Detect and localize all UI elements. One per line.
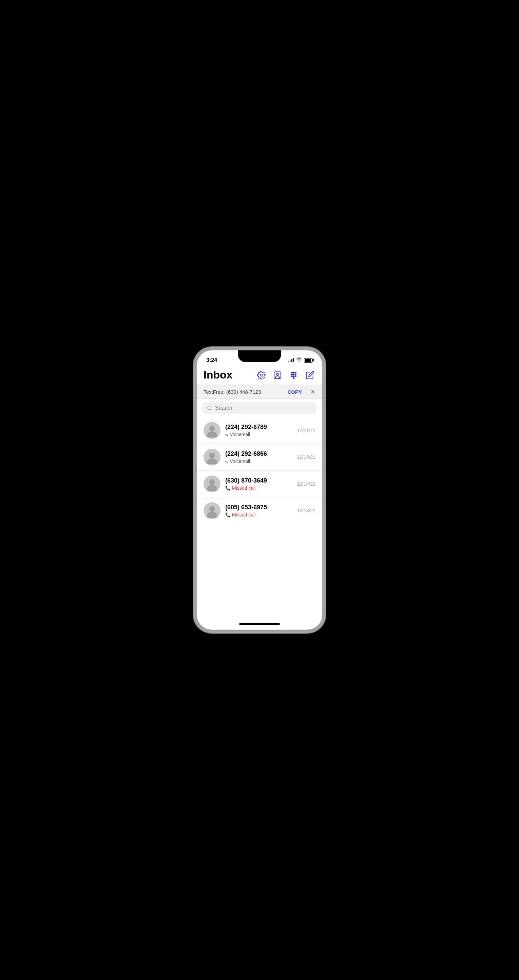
wifi-icon (296, 358, 302, 363)
svg-point-6 (291, 374, 292, 375)
contact-date: 12/21/21 (297, 428, 316, 433)
close-button[interactable]: ✕ (310, 389, 315, 395)
avatar (204, 422, 220, 439)
settings-button[interactable] (256, 370, 267, 380)
list-item[interactable]: (224) 292-6866 ∞ Voicemail 12/15/21 (197, 444, 322, 471)
svg-point-19 (209, 479, 215, 485)
svg-point-11 (295, 375, 296, 377)
screen: 3:24 (197, 350, 322, 630)
missed-call-icon: 📞 (225, 512, 231, 517)
contact-info: (605) 653-6975 📞 Missed call (225, 504, 297, 517)
contact-sub-missed: 📞 Missed call (225, 485, 297, 491)
avatar-icon (205, 504, 219, 518)
avatar-icon (205, 423, 219, 438)
contacts-list: (224) 292-6789 ∞ Voicemail 12/21/21 (197, 417, 322, 618)
compose-icon (306, 371, 315, 380)
copy-button[interactable]: COPY (287, 389, 302, 395)
header: Inbox (197, 365, 322, 385)
list-item[interactable]: (605) 653-6975 📞 Missed call 12/13/21 (197, 498, 322, 524)
avatar-icon (205, 477, 219, 491)
svg-line-14 (211, 409, 212, 410)
header-icons (256, 370, 315, 380)
search-input-wrap (202, 402, 317, 414)
voicemail-icon: ∞ (225, 459, 228, 464)
contact-date: 12/13/21 (297, 508, 316, 513)
svg-point-16 (207, 431, 217, 438)
contact-sub-text: Voicemail (230, 432, 250, 437)
contacts-button[interactable] (272, 370, 283, 380)
svg-point-10 (293, 375, 294, 377)
contact-sub-voicemail: ∞ Voicemail (225, 458, 297, 464)
search-icon (207, 405, 212, 411)
dialpad-icon (289, 371, 298, 380)
status-icons (288, 358, 313, 363)
svg-point-12 (293, 377, 294, 379)
info-bar-actions: COPY ✕ (287, 388, 315, 395)
contact-phone: (224) 292-6789 (225, 423, 297, 431)
contact-sub-missed: 📞 Missed call (225, 512, 297, 517)
info-bar: TextFree: (630) 448-7123 COPY ✕ (197, 385, 322, 399)
status-time: 3:24 (206, 357, 217, 363)
contact-phone: (224) 292-6866 (225, 450, 297, 457)
contact-sub-text: Voicemail (230, 458, 250, 464)
contact-info: (224) 292-6866 ∞ Voicemail (225, 450, 297, 464)
search-input[interactable] (215, 405, 312, 411)
svg-point-17 (209, 453, 215, 458)
contact-info: (630) 870-3649 📞 Missed call (225, 477, 297, 491)
compose-button[interactable] (305, 370, 315, 380)
svg-point-3 (291, 372, 292, 373)
contact-sub-text: Missed call (232, 485, 256, 491)
contact-sub-voicemail: ∞ Voicemail (225, 432, 297, 437)
app-content: Inbox (197, 365, 322, 618)
contact-phone: (630) 870-3649 (225, 477, 297, 484)
avatar (204, 476, 220, 492)
svg-point-15 (209, 426, 215, 432)
svg-point-2 (276, 373, 279, 375)
search-bar (197, 399, 322, 417)
notch (238, 350, 281, 362)
battery-icon (304, 358, 313, 363)
svg-point-18 (207, 458, 217, 464)
contact-phone: (605) 653-6975 (225, 504, 297, 511)
svg-point-8 (295, 374, 296, 375)
avatar (204, 449, 220, 466)
contact-sub-text: Missed call (232, 512, 256, 517)
svg-point-20 (207, 485, 217, 491)
page-title: Inbox (204, 369, 232, 381)
voicemail-icon: ∞ (225, 432, 228, 437)
svg-point-13 (208, 406, 211, 410)
textfree-number: TextFree: (630) 448-7123 (204, 389, 261, 395)
contact-date: 12/14/21 (297, 481, 316, 487)
list-item[interactable]: (630) 870-3649 📞 Missed call 12/14/21 (197, 471, 322, 498)
svg-point-0 (260, 374, 263, 376)
contact-info: (224) 292-6789 ∞ Voicemail (225, 423, 297, 437)
dialpad-button[interactable] (288, 370, 299, 380)
svg-point-9 (291, 375, 292, 377)
svg-point-5 (295, 372, 296, 373)
avatar-icon (205, 450, 219, 464)
svg-point-22 (207, 512, 217, 518)
home-indicator-bar (239, 623, 280, 625)
list-item[interactable]: (224) 292-6789 ∞ Voicemail 12/21/21 (197, 417, 322, 444)
svg-point-21 (209, 506, 215, 512)
svg-point-4 (293, 372, 294, 373)
svg-point-7 (293, 374, 294, 375)
contacts-icon (273, 371, 282, 380)
missed-call-icon: 📞 (225, 485, 231, 491)
gear-icon (257, 371, 266, 380)
signal-bars-icon (288, 358, 294, 362)
contact-date: 12/15/21 (297, 454, 316, 460)
home-indicator (197, 618, 322, 630)
avatar (204, 502, 220, 519)
phone-frame: 3:24 (193, 347, 326, 633)
